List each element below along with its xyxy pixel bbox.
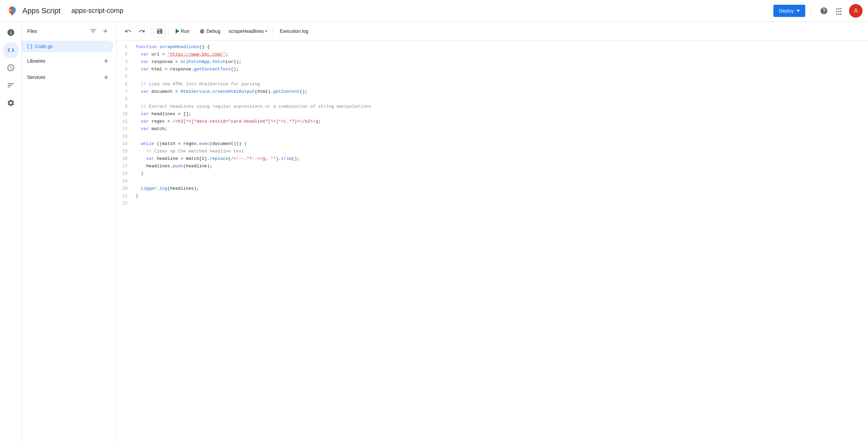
line-number: 3 (117, 58, 133, 66)
run-icon (176, 29, 179, 34)
code-token: fetch (212, 59, 225, 64)
code-icon (7, 46, 15, 54)
table-row: 20 Logger.log(headlines); (117, 185, 868, 192)
avatar-button[interactable]: A (849, 4, 863, 18)
topbar-divider (811, 5, 811, 16)
debug-label: Debug (206, 28, 220, 34)
rail-overview-button[interactable] (3, 24, 19, 41)
line-number: 5 (117, 73, 133, 81)
redo-button[interactable] (136, 25, 148, 37)
code-token: } (136, 193, 138, 198)
add-file-button[interactable] (100, 26, 111, 37)
code-content: while ((match = regex.exec(document))) { (133, 140, 868, 148)
code-token: var (141, 89, 152, 94)
code-token: Logger (141, 186, 157, 191)
line-number: 9 (117, 103, 133, 110)
rail-triggers-button[interactable] (3, 60, 19, 76)
table-row: 3 var response = UrlFetchApp.fetch(url); (117, 58, 868, 66)
line-number: 2 (117, 51, 133, 58)
code-token: var (141, 126, 152, 131)
code-content: // Extract headlines using regular expre… (133, 103, 868, 110)
line-number: 22 (117, 200, 133, 207)
function-name: scrapeHeadlines (229, 28, 264, 34)
table-row: 7 var document = HtmlService.createHtmlO… (117, 88, 868, 96)
code-content: function scrapeHeadlines() { (133, 43, 868, 51)
add-library-button[interactable] (101, 56, 111, 66)
settings-icon (7, 99, 15, 107)
line-number: 12 (117, 125, 133, 133)
code-token: push (173, 164, 183, 169)
execution-log-button[interactable]: Execution log (276, 26, 312, 36)
table-row: 11 var regex = /<h2[^>]*data-testid="car… (117, 118, 868, 125)
code-token: scrapeHeadlines (159, 44, 199, 49)
undo-button[interactable] (122, 25, 134, 37)
code-content: var regex = /<h2[^>]*data-testid="card-h… (133, 118, 868, 125)
code-token: document = (152, 89, 181, 94)
file-panel: Files { } Code.gs Libraries Services (22, 22, 117, 443)
code-token: (url); (225, 59, 241, 64)
run-label: Run (181, 28, 190, 34)
toolbar: Run Debug scrapeHeadlines ▾ Execution lo… (117, 22, 868, 41)
code-token: /<h2[^>]*data-testid="card-headline"[^>]… (173, 119, 318, 124)
code-token: UrlFetchApp (181, 59, 210, 64)
code-token: headline = match[1]. (157, 156, 210, 161)
function-selector[interactable]: scrapeHeadlines ▾ (226, 26, 270, 36)
file-icon: { } (27, 43, 32, 49)
code-content: var headlines = []; (133, 110, 868, 118)
code-token: (html). (255, 89, 273, 94)
line-number: 7 (117, 88, 133, 96)
line-number: 4 (117, 66, 133, 73)
code-token (136, 149, 146, 154)
file-name: Code.gs (35, 44, 53, 49)
table-row: 2 var url = 'https://www.bbc.com/'; (117, 51, 868, 58)
table-row: 8 (117, 96, 868, 103)
toolbar-divider-2 (169, 27, 169, 35)
code-token: (headline); (183, 164, 212, 169)
code-token: log (159, 186, 167, 191)
line-number: 10 (117, 110, 133, 118)
code-content: var document = HtmlService.createHtmlOut… (133, 88, 868, 96)
code-token: response = (152, 59, 181, 64)
info-icon (7, 28, 15, 37)
topbar: Apps Script apps-script-comp Deploy A (0, 0, 868, 22)
function-chevron-icon: ▾ (265, 29, 267, 34)
icon-rail (0, 22, 22, 443)
run-button[interactable]: Run (172, 26, 194, 36)
code-token: ; (318, 119, 321, 124)
logo-area: Apps Script (5, 4, 61, 18)
add-service-button[interactable] (101, 72, 111, 82)
sort-files-button[interactable] (88, 26, 99, 37)
code-token: var (141, 119, 152, 124)
code-content: var html = response.getContentText(); (133, 66, 868, 73)
code-content: var match; (133, 125, 868, 133)
line-number: 8 (117, 96, 133, 103)
line-number: 11 (117, 118, 133, 125)
plus-icon (103, 58, 110, 64)
deploy-button[interactable]: Deploy (773, 5, 805, 17)
table-row: 19 (117, 177, 868, 185)
help-button[interactable] (817, 4, 831, 18)
rail-settings-button[interactable] (3, 95, 19, 111)
code-content: } (133, 192, 868, 200)
deploy-chevron-icon (796, 10, 800, 12)
rail-executions-button[interactable] (3, 77, 19, 93)
code-token: // Clean up the matched headline text (146, 149, 244, 154)
line-number: 1 (117, 43, 133, 51)
code-token (136, 111, 141, 117)
file-item-code-gs[interactable]: { } Code.gs (22, 41, 114, 52)
code-token: while (141, 141, 157, 146)
line-number: 18 (117, 170, 133, 177)
code-token: () { (199, 44, 210, 49)
code-token: ( (228, 156, 231, 161)
libraries-section-header: Libraries (22, 54, 116, 68)
debug-button[interactable]: Debug (195, 26, 224, 36)
line-number: 13 (117, 133, 133, 140)
save-button[interactable] (154, 25, 166, 37)
code-token: getContent (273, 89, 300, 94)
code-token: function (136, 44, 159, 49)
code-token: (headlines); (167, 186, 199, 191)
grid-button[interactable] (832, 4, 846, 18)
editor-area[interactable]: 1function scrapeHeadlines() {2 var url =… (117, 41, 868, 443)
table-row: 4 var html = response.getContentText(); (117, 66, 868, 73)
rail-editor-button[interactable] (3, 42, 19, 58)
